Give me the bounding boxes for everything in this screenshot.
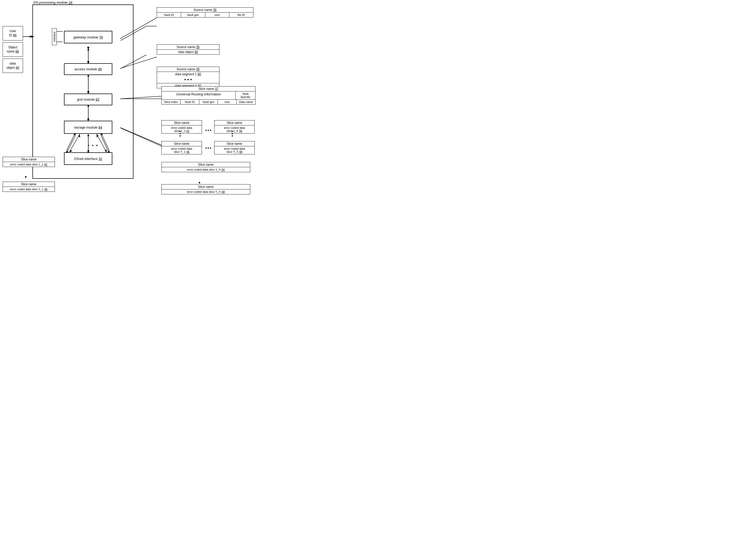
file-id-cell: file ID: [230, 13, 253, 17]
slice-index-cell: Slice index: [162, 100, 180, 104]
svg-line-13: [121, 26, 146, 40]
slice-data-name-cell: Data name: [237, 100, 255, 104]
data-object-box: dataobject 40: [3, 58, 23, 73]
svg-line-36: [120, 96, 161, 99]
source-name-35-segments-table: Source name 35 data segment 1 90 • • • d…: [157, 66, 219, 88]
user-id-text: UserID 86: [9, 29, 17, 37]
svg-line-35: [120, 57, 157, 68]
data-object-text: dataobject 40: [7, 62, 19, 70]
segment-dots: • • •: [157, 77, 219, 83]
source-35-top-header: Source name 35: [157, 8, 253, 13]
left-slice-y-1-name: Slice name: [3, 182, 54, 187]
left-slice-y-1-data: error coded data slice Y_1 46: [3, 187, 54, 191]
object-name-box: Objectname 88: [3, 42, 23, 57]
slice-37-header: Slice name 37: [162, 87, 255, 92]
bottom-slice-1x-box: Slice name error coded data slice 1_X 44: [161, 162, 250, 172]
access-label: access module 80: [75, 67, 102, 71]
slice-37-uri-row: Universal Routing Information VaultSpeci…: [162, 92, 255, 100]
slice-y-x-name: Slice name: [214, 141, 255, 146]
slice-mid-dots-h: •••: [205, 128, 212, 133]
left-slice-1-1-box: Slice name error coded data slice 1_1 42: [3, 157, 55, 167]
left-slice-1-1-data: error coded data slice 1_1 42: [3, 162, 54, 167]
bottom-slice-yx-data: error coded data slice Y_X 48: [162, 189, 250, 194]
gateway-module-box: gateway module 78: [64, 31, 112, 43]
bottom-slice-yx-name: Slice name: [162, 184, 250, 189]
storage-module-box: storage module 84: [64, 121, 112, 134]
slice-name-37-table: Slice name 37 Universal Routing Informat…: [161, 86, 256, 105]
resv-cell: resv: [205, 13, 230, 17]
object-name-text: Objectname 88: [7, 45, 19, 53]
svg-line-37: [120, 128, 161, 145]
svg-line-17: [121, 128, 162, 146]
vault-id-cell: Vault ID: [157, 13, 181, 17]
slice-mid-dots-v1: •••: [178, 131, 182, 137]
storage-label: storage module 84: [74, 125, 103, 129]
interface-label: interface: [53, 32, 56, 41]
svg-line-11: [66, 135, 75, 152]
slice-mid-dots-v2: •••: [230, 131, 235, 137]
grid-label: grid module 82: [77, 98, 99, 101]
dsnet-module-box: DSnet interface 32: [64, 152, 112, 165]
diagram: DS processing module 34 interface UserID…: [0, 0, 261, 198]
svg-marker-30: [87, 134, 89, 136]
slice-y-x-data: error coded dataslice Y_X 48: [214, 146, 255, 154]
left-slice-1-1-name: Slice name: [3, 157, 54, 162]
vault-gen-cell: Vault gen: [181, 13, 205, 17]
storage-dsnet-dots: • • •: [88, 143, 99, 148]
slice-y-1-box: Slice name error coded dataslice Y_1 46: [161, 141, 202, 154]
source-name-35-mid-table: Source name 35 data object 40: [157, 44, 219, 54]
slice-resv-cell: resv: [218, 100, 237, 104]
bottom-slice-1x-data: error coded data slice 1_X 44: [162, 167, 250, 172]
dsnet-label: DSnet interface 32: [74, 157, 103, 161]
source-35-top-cells: Vault ID Vault gen resv file ID: [157, 13, 253, 17]
svg-line-15: [121, 55, 146, 68]
svg-marker-27: [87, 119, 89, 121]
slice-y-x-box: Slice name error coded dataslice Y_X 48: [214, 141, 255, 154]
uri-header: Universal Routing Information: [162, 92, 236, 99]
svg-marker-33: [97, 134, 99, 137]
slice-1-x-name: Slice name: [214, 121, 255, 125]
slice-y-1-name: Slice name: [162, 141, 202, 146]
user-id-box: UserID 86: [3, 26, 23, 40]
left-bottom-dots: •: [25, 174, 27, 180]
vault-specific-header: VaultSpecific: [236, 92, 255, 99]
gateway-label: gateway module 78: [73, 35, 103, 39]
slice-37-cells: Slice index Vault ID Vault gen resv Data…: [162, 100, 255, 104]
ds-processing-label: DS processing module 34: [33, 1, 72, 4]
slice-y-1-data: error coded dataslice Y_1 46: [162, 146, 202, 154]
left-slice-y-1-box: Slice name error coded data slice Y_1 46: [3, 182, 55, 192]
svg-line-8: [67, 135, 76, 152]
source-35-mid-header: Source name 35: [157, 45, 219, 50]
grid-module-box: grid module 82: [64, 94, 112, 105]
access-module-box: access module 80: [64, 63, 112, 75]
interface-box: interface: [52, 28, 57, 45]
svg-marker-28: [69, 150, 72, 152]
svg-marker-31: [87, 150, 89, 152]
svg-marker-25: [87, 92, 89, 94]
svg-marker-29: [79, 134, 80, 137]
slice-mid-dots-h2: •••: [205, 146, 212, 150]
slice-vault-gen-cell: Vault gen: [199, 100, 218, 104]
svg-marker-22: [87, 48, 89, 50]
slice-1-1-name: Slice name: [162, 121, 202, 125]
bottom-slice-yx-box: Slice name error coded data slice Y_X 48: [161, 184, 250, 194]
source-35-data-object: data object 40: [157, 50, 219, 54]
slice-vault-id-cell: Vault ID: [180, 100, 199, 104]
bottom-slice-1x-name: Slice name: [162, 162, 250, 167]
svg-marker-19: [29, 35, 31, 38]
source-name-35-top-table: Source name 35 Vault ID Vault gen resv f…: [157, 7, 253, 17]
svg-line-9: [101, 135, 108, 152]
source-35-seg1: data segment 1 90: [157, 72, 219, 77]
svg-line-34: [120, 18, 157, 39]
svg-line-12: [102, 135, 110, 152]
source-35-seg-header: Source name 35: [157, 67, 219, 72]
svg-marker-32: [105, 149, 107, 152]
svg-marker-23: [87, 61, 89, 63]
ds-processing-number: 34: [68, 1, 72, 4]
